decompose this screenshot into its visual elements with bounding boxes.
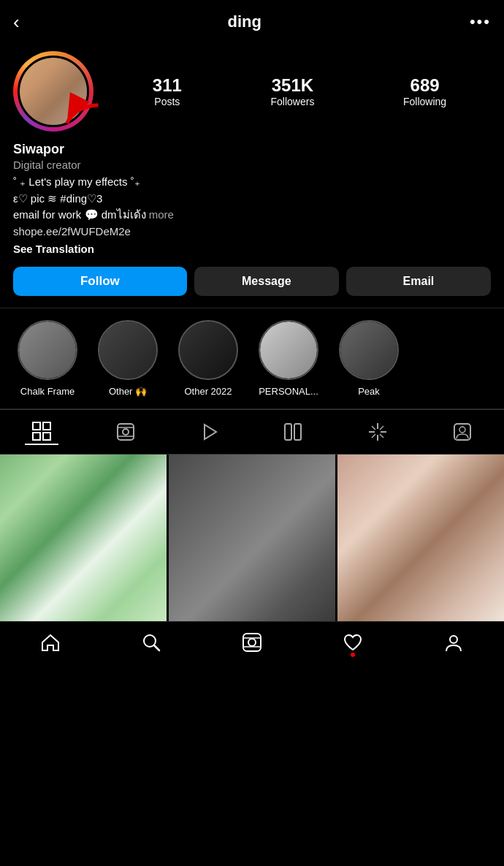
stat-following[interactable]: 689 Following [403,75,446,107]
svg-line-18 [380,426,383,430]
highlight-thumb-4 [340,322,397,379]
highlight-item-0[interactable]: Chalk Frame [7,320,88,397]
svg-marker-9 [205,425,216,439]
photo-cell-3[interactable] [337,455,504,621]
highlight-circle-4 [339,320,399,380]
highlights-section: Chalk FrameOther 🙌Other 2022PERSONAL...P… [0,308,504,409]
followers-label: Followers [270,96,314,107]
svg-rect-4 [43,433,50,440]
stat-posts[interactable]: 311 Posts [153,75,182,107]
page-username: ding [228,12,261,31]
nav-profile[interactable] [443,632,464,653]
posts-count: 311 [153,75,182,96]
svg-rect-1 [33,422,40,430]
highlight-item-4[interactable]: Peak [329,320,409,397]
svg-rect-2 [43,422,50,430]
svg-rect-5 [118,424,134,440]
highlight-thumb-3 [260,322,317,379]
highlight-thumb-0 [19,322,76,379]
action-buttons: Follow Message Email [13,267,491,296]
highlight-circle-1 [98,320,158,380]
tab-video[interactable] [193,419,226,444]
highlight-circle-0 [18,320,77,380]
photo-cell-2[interactable] [169,455,335,621]
avatar-wrapper[interactable] [13,51,93,132]
nav-home[interactable] [40,632,61,653]
more-options-button[interactable]: ••• [470,12,491,31]
svg-line-23 [154,645,159,650]
bio-line2: ε♡ pic ≋ #ding♡3 [13,192,102,205]
photo-thumb-3 [337,455,504,621]
likes-notification-dot [351,653,355,657]
tab-guide[interactable] [276,419,310,444]
message-button[interactable]: Message [194,267,339,296]
email-button[interactable]: Email [346,267,491,296]
display-name: Siwapor [13,142,491,157]
photo-thumb-2 [169,455,335,621]
following-count: 689 [403,75,446,96]
bio-line3: email for work 💬 dmไม่เด้ง [13,208,146,221]
svg-point-6 [123,429,129,435]
follow-button[interactable]: Follow [13,267,187,296]
tab-grid[interactable] [25,419,58,445]
svg-rect-24 [243,634,261,651]
svg-rect-3 [33,433,40,440]
highlight-label-4: Peak [358,386,380,397]
highlight-label-3: PERSONAL... [259,386,318,397]
highlight-thumb-1 [99,322,156,379]
nav-reels[interactable] [242,632,262,653]
bio-text: ˚ ₊ Let's play my effects ˚₊ ε♡ pic ≋ #d… [13,174,491,240]
photo-thumb-1 [0,455,167,621]
followers-count: 351K [270,75,314,96]
tab-reels[interactable] [109,419,142,444]
top-nav: ‹ ding ••• [0,0,504,44]
bio-line1: ˚ ₊ Let's play my effects ˚₊ [13,175,140,188]
svg-line-16 [372,426,375,430]
following-label: Following [403,96,446,107]
highlight-item-2[interactable]: Other 2022 [168,320,248,397]
photo-grid [0,455,504,621]
bio-section: Siwapor Digital creator ˚ ₊ Let's play m… [13,142,491,255]
svg-line-19 [372,434,375,438]
highlight-circle-2 [178,320,238,380]
svg-rect-10 [285,424,291,440]
bio-subtitle: Digital creator [13,159,491,171]
svg-point-21 [459,427,465,433]
bio-link[interactable]: shope.ee/2fWUFDeM2e [13,225,131,238]
highlight-circle-3 [259,320,318,380]
profile-stats: 311 Posts 351K Followers 689 Following [108,75,491,107]
svg-line-17 [380,434,383,438]
bottom-nav [0,621,504,666]
svg-rect-11 [294,424,301,440]
highlight-label-1: Other 🙌 [109,386,147,397]
posts-label: Posts [153,96,182,107]
photo-cell-1[interactable] [0,455,167,621]
highlight-item-3[interactable]: PERSONAL... [248,320,329,397]
highlight-item-1[interactable]: Other 🙌 [88,320,168,397]
bio-more-link[interactable]: more [149,208,174,221]
svg-point-28 [450,636,457,643]
nav-search[interactable] [141,632,161,653]
nav-likes[interactable] [343,632,363,653]
stat-followers[interactable]: 351K Followers [270,75,314,107]
highlight-label-0: Chalk Frame [20,386,75,397]
profile-top-row: 311 Posts 351K Followers 689 Following [13,51,491,132]
highlight-thumb-2 [180,322,237,379]
see-translation-button[interactable]: See Translation [13,243,491,255]
content-tab-bar [0,409,504,455]
svg-point-25 [248,639,256,646]
tab-tagged[interactable] [360,419,395,445]
back-button[interactable]: ‹ [13,11,20,34]
tab-collab[interactable] [446,419,479,444]
highlight-label-2: Other 2022 [184,386,232,397]
profile-section: 311 Posts 351K Followers 689 Following S… [0,44,504,308]
